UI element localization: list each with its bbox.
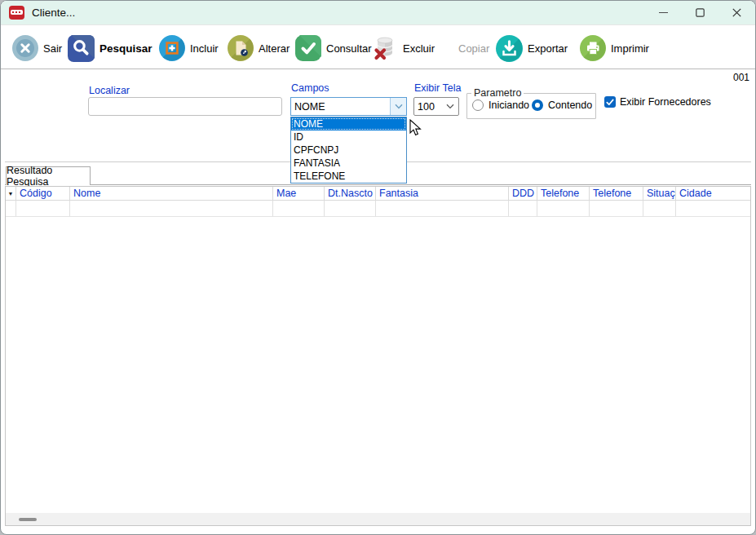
exibir-tela-combobox[interactable]: 100 bbox=[413, 97, 459, 116]
radio-contendo[interactable]: Contendo bbox=[532, 99, 592, 111]
radio-iniciando-icon bbox=[472, 99, 484, 111]
column-header-mae[interactable]: Mae bbox=[273, 187, 325, 200]
parametro-label: Parametro bbox=[471, 87, 524, 99]
column-header-telefone1[interactable]: Telefone bbox=[537, 187, 590, 200]
column-header-telefone2[interactable]: Telefone bbox=[590, 187, 643, 200]
incluir-label: Incluir bbox=[190, 42, 219, 55]
campos-dropdown-button[interactable] bbox=[390, 98, 406, 115]
radio-contendo-label: Contendo bbox=[548, 99, 592, 111]
grid-header-row: ▼ Código Nome Mae Dt.Nascto Fantasia DDD… bbox=[6, 187, 750, 201]
horizontal-scrollbar[interactable] bbox=[6, 513, 750, 525]
minimize-button[interactable] bbox=[645, 1, 682, 25]
campos-label: Campos bbox=[291, 82, 329, 94]
consultar-label: Consultar bbox=[326, 42, 372, 55]
pesquisar-label: Pesquisar bbox=[99, 42, 153, 55]
window-controls bbox=[645, 1, 755, 25]
column-header-codigo[interactable]: Código bbox=[16, 187, 70, 200]
column-header-ddd[interactable]: DDD bbox=[509, 187, 537, 200]
incluir-button[interactable]: Incluir bbox=[159, 34, 219, 62]
table-row-empty bbox=[6, 201, 750, 217]
radio-iniciando[interactable]: Iniciando bbox=[472, 99, 529, 111]
campos-combobox[interactable]: NOME bbox=[290, 97, 407, 116]
app-icon bbox=[9, 6, 24, 20]
maximize-button[interactable] bbox=[682, 1, 718, 25]
horizontal-scrollbar-thumb[interactable] bbox=[19, 518, 37, 521]
chevron-down-icon bbox=[446, 104, 454, 109]
maximize-icon bbox=[696, 8, 705, 17]
mouse-cursor-icon bbox=[409, 119, 422, 137]
results-grid: ▼ Código Nome Mae Dt.Nascto Fantasia DDD… bbox=[5, 186, 751, 526]
campos-dropdown-list: NOME ID CPFCNPJ FANTASIA TELEFONE bbox=[290, 117, 407, 183]
radio-iniciando-label: Iniciando bbox=[489, 99, 529, 111]
window-title: Cliente... bbox=[32, 7, 75, 19]
exit-icon bbox=[12, 35, 38, 61]
imprimir-button[interactable]: Imprimir bbox=[580, 34, 649, 62]
imprimir-label: Imprimir bbox=[611, 42, 649, 55]
grid-indicator-icon: ▼ bbox=[6, 187, 16, 200]
toolbar: Sair Pesquisar Incluir bbox=[1, 26, 755, 69]
consultar-button[interactable]: Consultar bbox=[295, 34, 372, 62]
database-delete-icon bbox=[372, 35, 398, 61]
sair-label: Sair bbox=[43, 42, 62, 55]
copiar-label: Copiar bbox=[458, 42, 489, 55]
localizar-label: Localizar bbox=[89, 85, 130, 96]
column-header-fantasia[interactable]: Fantasia bbox=[376, 187, 509, 200]
column-header-nome[interactable]: Nome bbox=[70, 187, 273, 200]
dropdown-option-id[interactable]: ID bbox=[291, 130, 406, 144]
exportar-label: Exportar bbox=[528, 42, 568, 55]
check-icon bbox=[295, 35, 321, 61]
column-header-cidade[interactable]: Cidade bbox=[676, 187, 750, 200]
chevron-down-icon bbox=[395, 104, 403, 109]
sair-button[interactable]: Sair bbox=[12, 34, 62, 62]
dropdown-option-telefone[interactable]: TELEFONE bbox=[291, 170, 406, 183]
exibir-tela-value: 100 bbox=[414, 98, 442, 115]
alterar-label: Alterar bbox=[259, 42, 290, 55]
column-header-situacao[interactable]: Situação bbox=[643, 187, 676, 200]
window: Cliente... Sair bbox=[0, 0, 756, 535]
exibir-tela-dropdown-button[interactable] bbox=[442, 98, 458, 115]
dropdown-option-nome[interactable]: NOME bbox=[291, 117, 406, 130]
add-icon bbox=[159, 35, 185, 61]
exibir-fornecedores-checkbox[interactable]: Exibir Fornecedores bbox=[604, 96, 711, 108]
tab-resultado-pesquisa[interactable]: Resultado Pesquisa bbox=[6, 166, 91, 185]
exportar-button[interactable]: Exportar bbox=[496, 34, 568, 62]
minimize-icon bbox=[659, 8, 668, 17]
close-button[interactable] bbox=[718, 1, 755, 25]
dropdown-option-fantasia[interactable]: FANTASIA bbox=[291, 157, 406, 170]
edit-document-icon bbox=[228, 35, 254, 61]
export-download-icon bbox=[496, 35, 523, 62]
pesquisar-button[interactable]: Pesquisar bbox=[68, 34, 153, 62]
tab-strip-line bbox=[5, 184, 751, 185]
checkbox-checked-icon bbox=[604, 96, 616, 108]
campos-value: NOME bbox=[291, 98, 390, 115]
radio-contendo-icon bbox=[532, 99, 543, 111]
copiar-button[interactable]: Copiar bbox=[458, 34, 489, 62]
dropdown-option-cpfcnpj[interactable]: CPFCNPJ bbox=[291, 144, 406, 157]
localizar-input[interactable] bbox=[88, 97, 282, 116]
column-header-dtnascto[interactable]: Dt.Nascto bbox=[325, 187, 376, 200]
close-icon bbox=[732, 8, 741, 17]
excluir-button[interactable]: Excluir bbox=[372, 34, 435, 62]
excluir-label: Excluir bbox=[403, 42, 435, 55]
printer-icon bbox=[580, 35, 606, 61]
exibir-tela-label: Exibir Tela bbox=[414, 82, 461, 94]
search-icon bbox=[68, 35, 95, 62]
exibir-fornecedores-label: Exibir Fornecedores bbox=[620, 96, 711, 108]
tab-label: Resultado Pesquisa bbox=[7, 165, 90, 188]
titlebar: Cliente... bbox=[1, 1, 755, 25]
alterar-button[interactable]: Alterar bbox=[228, 34, 290, 62]
page-code: 001 bbox=[733, 72, 749, 83]
